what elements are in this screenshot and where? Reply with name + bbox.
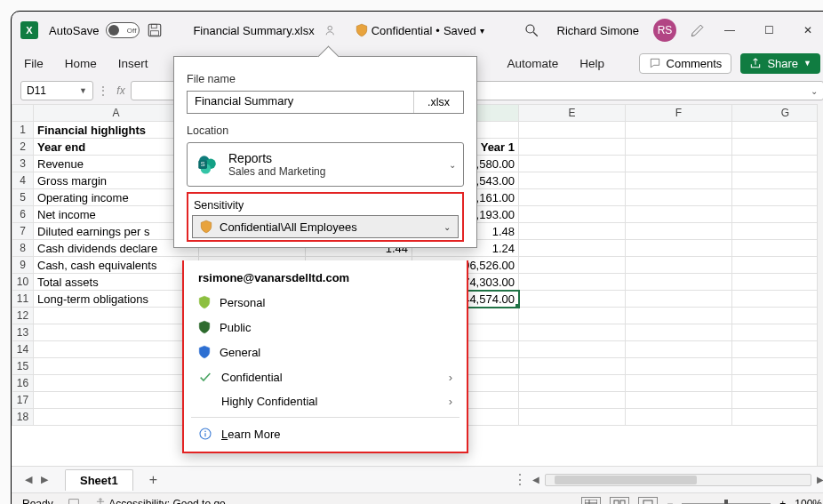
accessibility-status[interactable]: Accessibility: Good to go [94, 497, 226, 504]
shared-users-icon[interactable] [325, 24, 338, 36]
svg-point-4 [526, 25, 534, 33]
chevron-down-icon: ▼ [79, 86, 87, 95]
close-button[interactable]: ✕ [792, 16, 823, 44]
sheet-nav-next[interactable]: ▶ [36, 474, 52, 485]
location-subtitle: Sales and Marketing [228, 165, 440, 178]
shield-icon [356, 23, 368, 37]
autosave-toggle[interactable]: Off [106, 22, 140, 38]
sensitivity-dropdown: rsimone@vanarsdelltd.com PersonalPublicG… [182, 260, 468, 453]
tab-insert[interactable]: Insert [118, 57, 148, 70]
horizontal-scrollbar[interactable] [545, 474, 811, 486]
location-select[interactable]: S Reports Sales and Marketing ⌄ [187, 142, 464, 187]
chevron-down-icon: ▼ [803, 59, 811, 68]
search-icon[interactable] [523, 22, 539, 38]
col-header[interactable]: E [519, 105, 626, 122]
svg-rect-6 [68, 499, 78, 504]
svg-rect-1 [152, 24, 157, 28]
sharepoint-icon: S [195, 152, 220, 177]
view-page-break-button[interactable] [638, 497, 658, 505]
avatar[interactable]: RS [653, 19, 676, 42]
save-icon[interactable] [147, 22, 163, 38]
sheet-tab[interactable]: Sheet1 [65, 469, 133, 491]
status-bar: Ready Accessibility: Good to go − + 100% [12, 492, 823, 504]
filename-display[interactable]: Financial Summary.xlsx [193, 24, 314, 37]
svg-point-7 [100, 499, 101, 500]
sensitivity-option[interactable]: General [184, 340, 467, 364]
name-box[interactable]: D11 ▼ [20, 81, 93, 100]
filename-input[interactable]: Financial Summary .xlsx [187, 91, 464, 114]
chevron-down-icon: ▾ [480, 26, 484, 36]
col-header[interactable]: G [732, 105, 818, 122]
filename-label: File name [187, 73, 464, 85]
account-email: rsimone@vanarsdelltd.com [184, 268, 467, 290]
comment-icon [649, 57, 661, 69]
svg-point-21 [204, 431, 206, 433]
hscroll-right[interactable]: ▶ [817, 475, 823, 484]
sensitivity-option[interactable]: Public [184, 315, 467, 340]
user-name[interactable]: Richard Simone [557, 24, 640, 37]
location-title: Reports [228, 151, 440, 165]
tab-file[interactable]: File [24, 57, 44, 70]
sheet-nav-prev[interactable]: ◀ [20, 474, 36, 485]
zoom-out-button[interactable]: − [667, 498, 673, 505]
sensitivity-badge[interactable]: Confidential • Saved ▾ [356, 23, 484, 37]
accessibility-icon [94, 497, 107, 504]
hscroll-left[interactable]: ◀ [532, 475, 539, 484]
file-info-popover: File name Financial Summary .xlsx Locati… [173, 56, 477, 248]
expand-formula-icon[interactable]: ⌄ [805, 86, 823, 96]
sensitivity-label: Sensitivity [194, 199, 459, 212]
comments-button[interactable]: Comments [639, 53, 732, 74]
zoom-in-button[interactable]: + [779, 498, 786, 505]
tab-home[interactable]: Home [65, 57, 97, 70]
maximize-button[interactable]: ☐ [753, 16, 785, 44]
svg-rect-13 [643, 500, 652, 505]
sensitivity-select[interactable]: Confidential\All Employees ⌄ [192, 215, 459, 238]
title-bar: X AutoSave Off Financial Summary.xlsx Co… [12, 12, 823, 49]
location-label: Location [187, 124, 464, 137]
share-button[interactable]: Share ▼ [740, 53, 820, 74]
svg-rect-11 [614, 500, 619, 505]
sensitivity-learn-more[interactable]: Learn More [184, 421, 467, 446]
svg-rect-12 [620, 500, 625, 505]
sensitivity-option[interactable]: Highly Confidential› [184, 389, 467, 413]
fx-icon[interactable]: fx [113, 84, 129, 97]
excel-icon: X [20, 21, 38, 39]
view-page-layout-button[interactable] [610, 497, 629, 505]
status-ready: Ready [22, 498, 53, 505]
chevron-down-icon: ⌄ [449, 160, 456, 170]
sheet-tab-bar: ◀ ▶ Sheet1 + ⋮ ◀ ▶ [12, 466, 823, 492]
macro-icon[interactable] [68, 498, 80, 505]
zoom-level[interactable]: 100% [795, 498, 822, 505]
chevron-down-icon: ⌄ [443, 222, 451, 232]
svg-rect-8 [585, 500, 597, 505]
sensitivity-highlight: Sensitivity Confidential\All Employees ⌄ [187, 192, 464, 242]
pen-mode-icon[interactable] [689, 21, 707, 39]
shield-icon [200, 220, 212, 234]
file-extension-select[interactable]: .xlsx [413, 92, 463, 113]
svg-rect-2 [151, 31, 159, 36]
view-normal-button[interactable] [581, 497, 601, 505]
autosave-label: AutoSave [49, 24, 99, 37]
info-icon [198, 427, 212, 441]
svg-line-5 [533, 32, 538, 36]
sensitivity-option[interactable]: Personal [184, 290, 467, 315]
sensitivity-option[interactable]: Confidential› [184, 364, 467, 389]
tab-automate[interactable]: Automate [507, 57, 559, 70]
vertical-scrollbar[interactable] [817, 104, 823, 466]
tab-help[interactable]: Help [579, 57, 604, 70]
minimize-button[interactable]: — [714, 16, 746, 44]
share-icon [749, 57, 762, 69]
svg-point-3 [328, 26, 332, 30]
svg-text:S: S [201, 160, 205, 168]
add-sheet-button[interactable]: + [149, 472, 157, 488]
app-window: X AutoSave Off Financial Summary.xlsx Co… [11, 11, 823, 504]
col-header[interactable]: F [626, 105, 732, 122]
